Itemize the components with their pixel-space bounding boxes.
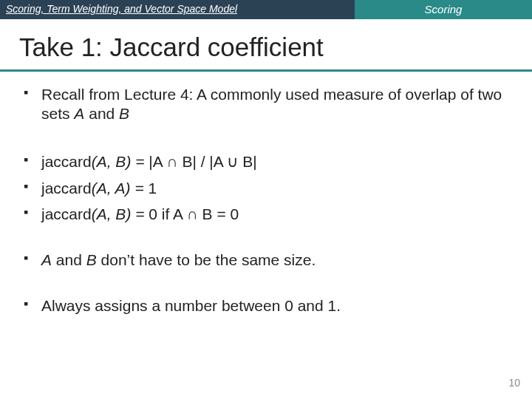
bullet-list: Recall from Lecture 4: A commonly used m… <box>21 85 511 315</box>
func-name: jaccard <box>41 205 92 222</box>
func-name: jaccard <box>41 180 92 197</box>
slide-title: Take 1: Jaccard coefficient <box>0 19 532 69</box>
header-topic: Scoring, Term Weighting, and Vector Spac… <box>0 0 355 19</box>
value: 1 <box>149 180 157 197</box>
var-a: A <box>41 251 52 268</box>
text: and <box>52 251 86 268</box>
bullet-size-note: A and B don’t have to be the same size. <box>21 250 511 270</box>
page-number: 10 <box>508 377 520 389</box>
value: 0 if A ∩ B = 0 <box>149 205 239 222</box>
formula-body: |A ∩ B| / |A ∪ B| <box>149 153 256 170</box>
spacer <box>21 231 511 250</box>
text: don’t have to be the same size. <box>97 251 316 268</box>
var-b: B <box>119 105 129 122</box>
spacer <box>21 277 511 296</box>
func-args: (A, A) = <box>92 180 149 197</box>
slide-header: Scoring, Term Weighting, and Vector Spac… <box>0 0 532 19</box>
spacer <box>21 130 511 152</box>
var-b: B <box>86 251 97 268</box>
var-a: A <box>74 105 84 122</box>
bullet-jaccard-formula: jaccard(A, B) = |A ∩ B| / |A ∪ B| <box>21 152 511 171</box>
slide: Scoring, Term Weighting, and Vector Spac… <box>0 0 532 399</box>
func-args: (A, B) = <box>92 153 149 170</box>
header-section: Scoring <box>355 0 532 19</box>
func-args: (A, B) = <box>92 205 149 222</box>
text: Always assigns a number between 0 and 1. <box>41 297 341 314</box>
bullet-recall: Recall from Lecture 4: A commonly used m… <box>21 85 511 123</box>
func-name: jaccard <box>41 153 92 170</box>
bullet-jaccard-disjoint: jaccard(A, B) = 0 if A ∩ B = 0 <box>21 205 511 224</box>
slide-body: Recall from Lecture 4: A commonly used m… <box>0 72 532 315</box>
bullet-jaccard-identity: jaccard(A, A) = 1 <box>21 179 511 198</box>
bullet-range-note: Always assigns a number between 0 and 1. <box>21 296 511 316</box>
text: and <box>84 105 119 122</box>
